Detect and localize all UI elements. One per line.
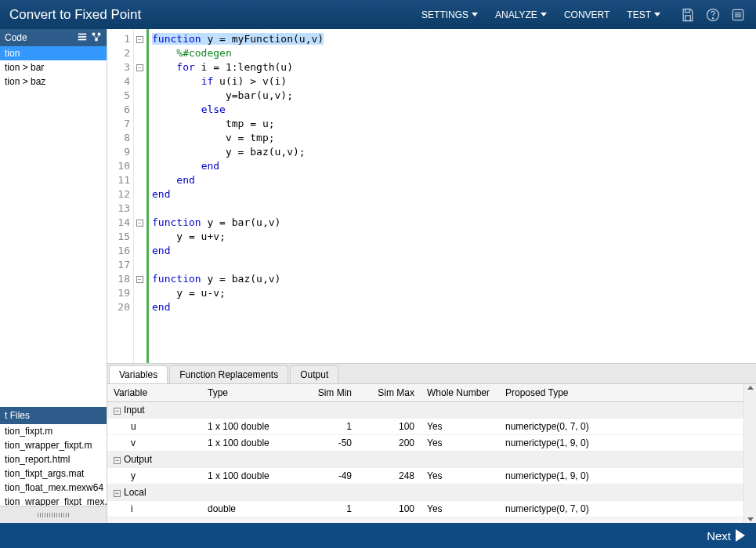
svg-line-15 [96, 35, 99, 38]
code-line[interactable]: function y = bar(u,v) [152, 216, 750, 230]
sidebar-code-item[interactable]: tion > baz [0, 74, 107, 89]
fold-marker [134, 159, 145, 173]
code-line[interactable]: tmp = u; [152, 117, 750, 131]
list-icon[interactable] [729, 6, 747, 24]
caret-down-icon [541, 13, 547, 16]
save-icon[interactable] [679, 6, 696, 24]
collapse-icon[interactable]: − [114, 408, 121, 415]
sidebar-file-item[interactable]: tion_fixpt.m [0, 424, 107, 438]
tab-function-replacements[interactable]: Function Replacements [169, 365, 288, 383]
code-line[interactable]: y=bar(u,v); [152, 89, 750, 103]
table-row[interactable]: u1 x 100 double1100Yesnumerictype(0, 7, … [107, 419, 743, 435]
cell-var: i [107, 501, 201, 517]
list-view-icon[interactable] [77, 31, 88, 45]
table-row[interactable]: idouble1100Yesnumerictype(0, 7, 0) [107, 501, 743, 517]
sidebar-code-item[interactable]: tion [0, 46, 107, 60]
tree-view-icon[interactable] [91, 31, 102, 45]
menu-test[interactable]: TEST [627, 9, 660, 20]
code-line[interactable]: else [152, 103, 750, 117]
cell-max: 200 [358, 435, 421, 452]
code-line[interactable]: end [152, 300, 750, 314]
menu-settings[interactable]: SETTINGS [421, 9, 478, 20]
line-number: 14 [107, 216, 130, 230]
line-number: 1 [107, 32, 130, 46]
code-line[interactable]: for i = 1:length(u) [152, 60, 750, 74]
group-row[interactable]: −Input [107, 402, 743, 419]
column-header[interactable]: Sim Min [295, 384, 358, 402]
cell-max: 248 [358, 468, 421, 484]
code-line[interactable]: end [152, 159, 750, 173]
next-button[interactable]: Next [707, 529, 745, 543]
sidebar-file-item[interactable]: tion_fixpt_args.mat [0, 466, 107, 481]
caret-down-icon [654, 13, 660, 16]
line-number: 5 [107, 89, 130, 103]
code-line[interactable]: v = tmp; [152, 131, 750, 145]
cell-whole: Yes [421, 435, 499, 452]
cell-max: 100 [358, 419, 421, 435]
scroll-up-icon[interactable] [747, 386, 754, 390]
tab-output[interactable]: Output [290, 365, 338, 383]
resize-handle[interactable] [0, 506, 107, 523]
fold-marker[interactable]: − [134, 32, 145, 46]
fold-marker [134, 103, 145, 117]
cell-whole: Yes [421, 419, 499, 435]
code-line[interactable]: function y = myFunction(u,v) [152, 32, 750, 46]
chevron-right-icon [736, 529, 745, 542]
cell-type: 1 x 100 double [201, 468, 295, 484]
column-header[interactable]: Type [201, 384, 295, 402]
group-row[interactable]: −Output [107, 452, 743, 468]
code-line[interactable] [152, 201, 750, 216]
code-line[interactable]: y = baz(u,v); [152, 145, 750, 159]
code-line[interactable]: end [152, 187, 750, 201]
menu-convert[interactable]: CONVERT [564, 9, 610, 20]
code-line[interactable]: end [152, 244, 750, 258]
code-editor[interactable]: 1234567891011121314151617181920 −−−− fun… [107, 29, 756, 363]
fold-marker[interactable]: − [134, 272, 145, 286]
svg-rect-8 [78, 33, 87, 34]
sidebar-file-item[interactable]: tion_wrapper_fixpt.m [0, 438, 107, 452]
table-row[interactable]: v1 x 100 double-50200Yesnumerictype(1, 9… [107, 435, 743, 452]
fold-marker[interactable]: − [134, 60, 145, 74]
app-title: Convert to Fixed Point [9, 7, 141, 23]
code-line[interactable]: end [152, 173, 750, 187]
group-label: Local [124, 487, 146, 498]
scrollbar[interactable] [743, 384, 756, 523]
code-line[interactable] [152, 258, 750, 272]
svg-rect-13 [95, 38, 98, 41]
code-line[interactable]: y = u+v; [152, 230, 750, 244]
code-line[interactable]: y = u-v; [152, 286, 750, 300]
collapse-icon[interactable]: − [114, 457, 121, 464]
fold-marker [134, 286, 145, 300]
cell-min: -50 [295, 435, 358, 452]
scroll-down-icon[interactable] [747, 517, 754, 521]
tab-variables[interactable]: Variables [109, 365, 168, 383]
cell-min: 1 [295, 501, 358, 517]
sidebar-code-item[interactable]: tion > bar [0, 60, 107, 74]
fold-marker[interactable]: − [134, 216, 145, 230]
caret-down-icon [472, 13, 478, 16]
column-header[interactable]: Whole Number [421, 384, 499, 402]
help-icon[interactable] [704, 6, 722, 24]
collapse-icon[interactable]: − [114, 490, 121, 497]
group-label: Output [124, 454, 152, 465]
column-header[interactable]: Variable [107, 384, 201, 402]
svg-rect-1 [685, 15, 691, 20]
sidebar-file-item[interactable]: tion_report.html [0, 452, 107, 466]
line-number: 13 [107, 201, 130, 216]
group-row[interactable]: −Local [107, 484, 743, 501]
column-header[interactable]: Proposed Type [499, 384, 743, 402]
menu-analyze[interactable]: ANALYZE [495, 9, 547, 20]
column-header[interactable]: Sim Max [358, 384, 421, 402]
line-number: 11 [107, 173, 130, 187]
fold-marker [134, 131, 145, 145]
code-line[interactable]: if u(i) > v(i) [152, 74, 750, 89]
line-number: 10 [107, 159, 130, 173]
table-row[interactable]: y1 x 100 double-49248Yesnumerictype(1, 9… [107, 468, 743, 484]
code-line[interactable]: %#codegen [152, 46, 750, 60]
sidebar-file-item[interactable]: tion_float_mex.mexw64 [0, 481, 107, 495]
fold-marker [134, 244, 145, 258]
svg-rect-10 [78, 38, 87, 40]
line-number: 12 [107, 187, 130, 201]
fold-marker [134, 300, 145, 314]
code-line[interactable]: function y = baz(u,v) [152, 272, 750, 286]
